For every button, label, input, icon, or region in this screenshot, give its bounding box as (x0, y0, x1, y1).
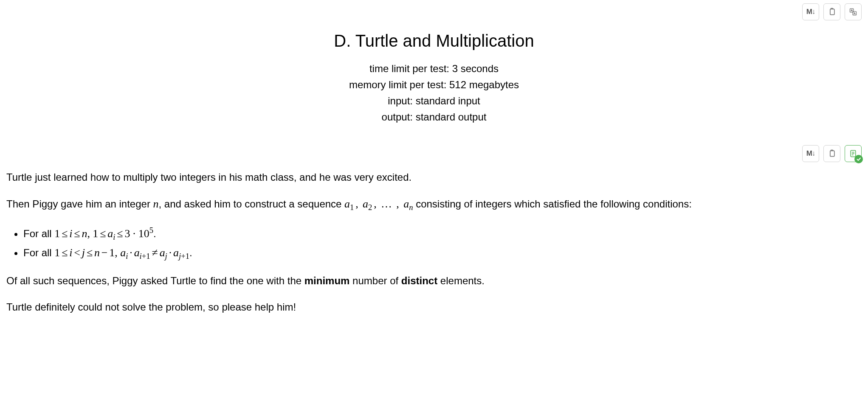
bold-text: distinct (401, 275, 437, 286)
math-cond1: 1≤i≤n, 1≤ai≤3 · 105 (54, 227, 153, 240)
svg-rect-0 (830, 9, 834, 14)
memory-limit: memory limit per test: 512 megabytes (6, 77, 862, 92)
text: consisting of integers which satisfied t… (413, 198, 691, 210)
math-sequence: a1, a2, … , an (344, 198, 413, 210)
clipboard-icon (828, 8, 836, 16)
header-toolbar: M↓ (6, 0, 862, 24)
copy-button[interactable] (823, 3, 840, 20)
paragraph: Of all such sequences, Piggy asked Turtl… (6, 273, 862, 289)
translate-button[interactable] (845, 3, 862, 20)
text: Turtle just learned how to multiply two … (6, 171, 411, 183)
output-spec: output: standard output (6, 109, 862, 125)
translate-icon (849, 8, 857, 16)
text: Of all such sequences, Piggy asked Turtl… (6, 275, 304, 286)
problem-header: D. Turtle and Multiplication time limit … (6, 28, 862, 125)
text: , and asked him to construct a sequence (159, 198, 345, 210)
svg-rect-3 (830, 151, 834, 156)
ai-button[interactable] (845, 145, 862, 162)
problem-title: D. Turtle and Multiplication (6, 28, 862, 53)
text: Then Piggy gave him an integer (6, 198, 153, 210)
text: number of (349, 275, 401, 286)
math-n: n (153, 198, 159, 210)
markdown-button[interactable]: M↓ (802, 3, 819, 20)
math-cond2: 1≤i<j≤n−1, ai·ai+1≠aj·aj+1 (54, 247, 189, 259)
text: Turtle definitely could not solve the pr… (6, 301, 296, 313)
paragraph: Turtle definitely could not solve the pr… (6, 300, 862, 315)
list-item: For all 1≤i≤n, 1≤ai≤3 · 105. (23, 224, 862, 243)
paragraph: Then Piggy gave him an integer n, and as… (6, 196, 862, 213)
markdown-button[interactable]: M↓ (802, 145, 819, 162)
text: For all (23, 247, 54, 258)
text: For all (23, 228, 54, 239)
list-item: For all 1≤i<j≤n−1, ai·ai+1≠aj·aj+1. (23, 245, 862, 262)
copy-button[interactable] (823, 145, 840, 162)
body-toolbar: M↓ (6, 142, 862, 165)
text: elements. (437, 275, 485, 286)
paragraph: Turtle just learned how to multiply two … (6, 170, 862, 185)
conditions-list: For all 1≤i≤n, 1≤ai≤3 · 105. For all 1≤i… (6, 224, 862, 262)
input-spec: input: standard input (6, 93, 862, 109)
text: . (153, 228, 156, 239)
text: . (189, 247, 192, 258)
time-limit: time limit per test: 3 seconds (6, 61, 862, 76)
bold-text: minimum (304, 275, 350, 286)
check-badge-icon (854, 155, 863, 163)
clipboard-icon (828, 149, 836, 158)
problem-statement: Turtle just learned how to multiply two … (6, 170, 862, 315)
